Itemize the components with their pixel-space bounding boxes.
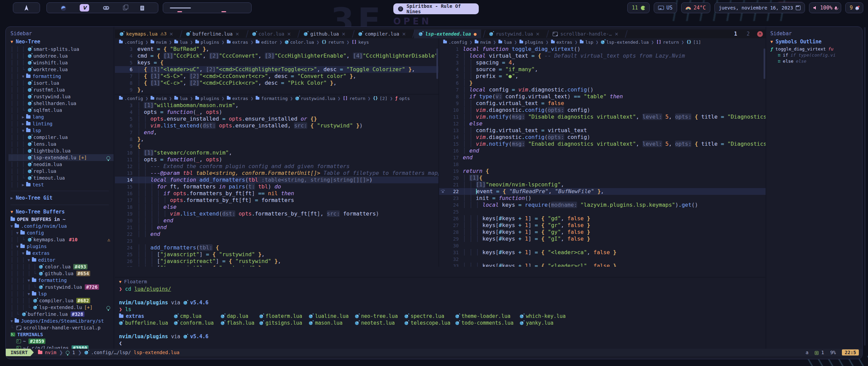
code-line[interactable]: 11│ opts = function(_, opts): [115, 156, 438, 163]
code-line[interactable]: 3│ [1]"williamboman/mason.nvim",: [115, 102, 438, 109]
code-line[interactable]: 7│ end,: [115, 129, 438, 136]
widget-weather[interactable]: 24°C: [681, 2, 710, 13]
terminal-item[interactable]: TERMINALS: [8, 331, 114, 338]
code-line[interactable]: 23│ │ init = function(): [439, 195, 766, 202]
code-line[interactable]: 19│ │ │ │ │ vim.list_extend(dst: opts.fo…: [115, 210, 438, 217]
code-line[interactable]: 13│ │ ---@param tbl table<string, confor…: [115, 170, 438, 177]
widget-keyboard[interactable]: US: [654, 2, 677, 13]
code-line[interactable]: 5keys = {: [115, 59, 438, 66]
outline-item[interactable]: ƒtoggle_diag_virtext fu: [770, 46, 862, 52]
tab-rustywind-lua[interactable]: rustywind.lua×: [485, 29, 544, 38]
buffer-item[interactable]: │ │ │ └ lsp-extended.lu[+]: [8, 304, 114, 311]
breadcrumb-item[interactable]: rustywind.lua: [295, 96, 335, 101]
breadcrumb-item[interactable]: {}return: [322, 40, 344, 45]
breadcrumb-item[interactable]: nvim: [475, 40, 491, 45]
close-icon[interactable]: ×: [169, 31, 173, 37]
code-line[interactable]: 15│ │ │ for ft, formatters in pairs(t: t…: [115, 183, 438, 190]
launcher-button[interactable]: [13, 2, 40, 13]
neotree-item[interactable]: │ │ ▾formatting: [8, 73, 114, 80]
code-line[interactable]: 31│ │ │ keys[#keys + 1] = { "<leader>ca"…: [439, 249, 766, 256]
code-line[interactable]: 19return {: [439, 168, 766, 175]
code-line[interactable]: 8},: [115, 136, 438, 143]
outline-item[interactable]: ∷else else: [770, 58, 862, 64]
neotree-item[interactable]: │ │ │ repl.lua: [8, 168, 114, 175]
code-line[interactable]: 24│ │ │ local keys = require(modname: "l…: [439, 202, 766, 208]
tab-color-lua[interactable]: color.lua×: [248, 29, 296, 38]
code-line[interactable]: 6│ │ vim.list_extend(dst: opts.ensure_in…: [115, 122, 438, 129]
tabpage-2[interactable]: 2: [742, 31, 754, 37]
code-line[interactable]: 25: [439, 208, 766, 215]
buffer-item[interactable]: │ ▾config: [8, 229, 114, 236]
code-line[interactable]: 29│ │ │ keys[#keys + 1] = { "gI", false …: [439, 236, 766, 242]
close-icon[interactable]: ×: [614, 31, 618, 37]
code-line[interactable]: 23: [115, 238, 438, 244]
tab-github-lua[interactable]: github.lua×: [299, 29, 350, 38]
neotree-item[interactable]: │ │ └ timeout.lua: [8, 175, 114, 181]
buffer-item[interactable]: ▾.config/nvim/lua: [8, 223, 114, 229]
code-line[interactable]: 22│ │ end: [115, 231, 438, 238]
breadcrumb-item[interactable]: []return: [343, 96, 365, 101]
buffer-item[interactable]: │ │ └ keymaps.lua#10⚠: [8, 236, 114, 243]
code-line[interactable]: 21│ │ │ end: [115, 224, 438, 231]
breadcrumb-item[interactable]: extras: [551, 40, 572, 45]
neotree-item[interactable]: │ │ └ sqlfmt.lua: [8, 107, 114, 114]
buffer-item[interactable]: ▾Juegos/Indies/SteamLibrary/st: [8, 318, 114, 324]
breadcrumb-item[interactable]: editor: [256, 40, 277, 45]
code-line[interactable]: 20│ │ │ │ end: [115, 217, 438, 224]
neotree-item[interactable]: │ │ ▸linting: [8, 120, 114, 127]
code-line[interactable]: 18│ │ │ │ else: [115, 204, 438, 210]
code-line[interactable]: 33│ │ │ keys[#keys + 1] = { "<leader>cl"…: [439, 263, 766, 267]
breadcrumb-item[interactable]: lua: [174, 40, 188, 45]
dock-app-copy[interactable]: [123, 5, 127, 11]
neotree-item[interactable]: │ │ │ smart-splits.lua: [8, 46, 114, 53]
code-line[interactable]: 4cmd = { [1]"CccPick", [2]"CccConvert", …: [115, 53, 438, 59]
code-line[interactable]: 27│ │ │ ["typescript"] = { "rustywind" }…: [115, 265, 438, 267]
tab-bufferline-lua[interactable]: bufferline.lua×: [181, 29, 244, 38]
close-all-button[interactable]: ×: [757, 31, 763, 37]
widget-notifications[interactable]: 9: [845, 2, 863, 13]
dock-app-vim[interactable]: V: [80, 4, 89, 12]
code-line[interactable]: 16│ │ │ │ if opts.formatters_by_ft[ft] =…: [115, 190, 438, 197]
tab-scrollbar-handle-[interactable]: scrollbar-handle-…×: [548, 29, 623, 38]
breadcrumb-item[interactable]: nvim: [151, 40, 166, 45]
code-line[interactable]: 9{: [115, 143, 438, 149]
breadcrumb-item[interactable]: plugins: [195, 96, 219, 101]
code-line[interactable]: 21│ │ [1]"neovim/nvim-lspconfig",: [439, 181, 766, 188]
neotree-item[interactable]: │ │ ▸test: [8, 181, 114, 188]
neotree-item[interactable]: │ │ │ winshift.lua: [8, 59, 114, 66]
buffer-item[interactable]: │ │ │ │ compiler.lua#682: [8, 297, 114, 304]
buffer-item[interactable]: │ │ │ ▾editor: [8, 257, 114, 263]
code-line[interactable]: 5│ │ opts.ensure_installed = opts.ensure…: [115, 116, 438, 122]
breadcrumb-item[interactable]: lua: [174, 96, 188, 101]
code-line[interactable]: 10│ │ vim.diagnostic.config(opts: config…: [439, 107, 766, 114]
breadcrumb-item[interactable]: lsp-extended.lua: [601, 40, 649, 45]
buffer-item[interactable]: │ ▾plugins: [8, 243, 114, 250]
breadcrumb-item[interactable]: lsp: [580, 40, 593, 45]
code-line[interactable]: 12│ │ --- Extend the conform plugin conf…: [115, 163, 438, 170]
scrollbar[interactable]: [764, 48, 765, 79]
buffer-item[interactable]: │ │ │ ▾formatting: [8, 277, 114, 284]
breadcrumb-item[interactable]: {}[2]: [373, 96, 388, 101]
code-line[interactable]: 25│ │ │ ["javascript"] = { "rustywind" }…: [115, 251, 438, 258]
symbols-outline-header[interactable]: ▾ Symbols Outline: [770, 38, 862, 46]
code-line[interactable]: 32: [439, 256, 766, 263]
code-line[interactable]: 10│ [1]"stevearc/conform.nvim",: [115, 149, 438, 156]
taskbar-pill[interactable]: [163, 2, 252, 13]
close-icon[interactable]: ×: [342, 31, 346, 37]
breadcrumb-item[interactable]: formatting: [256, 96, 288, 101]
buffer-item[interactable]: │ │ │ │ └ rustywind.lua#726: [8, 284, 114, 290]
neotree-item[interactable]: │ │ │ rustfmt.lua: [8, 86, 114, 93]
code-line[interactable]: 14│ │ vim.diagnostic.config(opts: config…: [439, 134, 766, 141]
code-line[interactable]: 30: [439, 242, 766, 249]
breadcrumb-item[interactable]: plugins: [195, 40, 219, 45]
tabpage-1[interactable]: 1: [729, 31, 742, 37]
code-line[interactable]: 9│ │ config.virtual_text = false: [439, 100, 766, 107]
widget-volume[interactable]: 100%: [809, 2, 841, 13]
breadcrumb-item[interactable]: plugins: [519, 40, 544, 45]
neotree-item[interactable]: │ │ ▾lsp: [8, 127, 114, 134]
neotree-buffers-section-header[interactable]: ▾ Neo-Tree Buffers: [11, 208, 114, 216]
code-line[interactable]: 8│ { [1]"<C-c>", [2]"<cmd>CccPick<cr>", …: [115, 80, 438, 86]
buffer-item[interactable]: OPEN BUFFERS in ~: [8, 216, 114, 223]
floaterm-header[interactable]: ▾ Floaterm: [119, 278, 766, 286]
dock-app-gamepad[interactable]: [103, 5, 109, 11]
